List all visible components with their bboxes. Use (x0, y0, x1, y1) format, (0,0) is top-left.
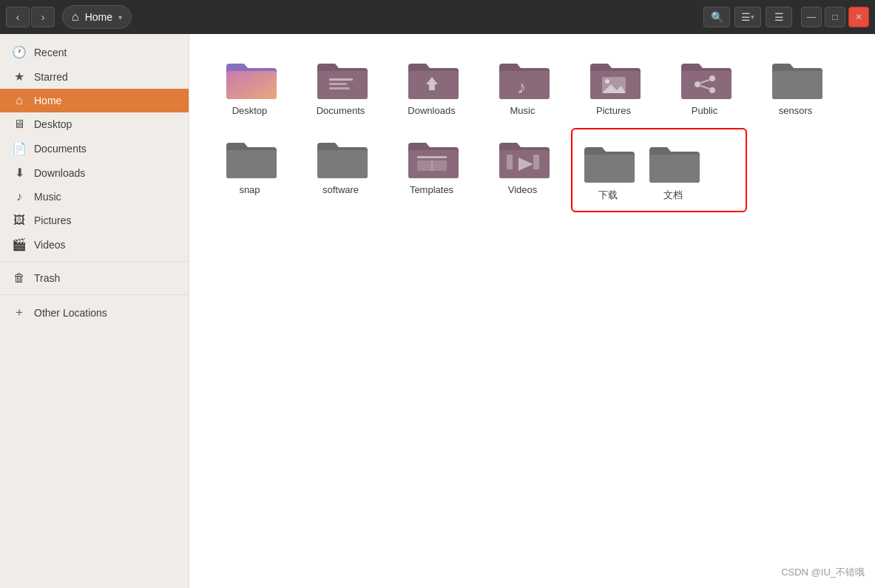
documents-folder-icon (314, 56, 368, 101)
folder-videos[interactable]: Videos (480, 128, 565, 212)
back-button[interactable]: ‹ (6, 7, 30, 27)
folder-templates[interactable]: Templates (389, 128, 474, 212)
desktop-folder-label: Desktop (232, 105, 268, 116)
close-button[interactable]: ✕ (848, 7, 869, 27)
folder-wendang[interactable]: 文档 (641, 132, 706, 208)
forward-icon: › (41, 11, 45, 23)
folder-pictures[interactable]: Pictures (571, 49, 656, 122)
sidebar-item-trash[interactable]: 🗑 Trash (0, 266, 189, 290)
sensors-folder-label: sensors (779, 105, 813, 116)
back-icon: ‹ (16, 11, 20, 23)
sidebar-item-documents[interactable]: 📄 Documents (0, 136, 189, 160)
templates-folder-label: Templates (410, 184, 453, 195)
home-nav-icon: ⌂ (12, 94, 27, 107)
desktop-folder-icon (223, 56, 277, 101)
titlebar: ‹ › ⌂ Home ▾ 🔍 ☰ ▾ ☰ — □ ✕ (0, 0, 875, 34)
location-dropdown-icon: ▾ (118, 13, 122, 21)
svg-rect-2 (329, 78, 353, 81)
location-label: Home (85, 11, 112, 23)
trash-icon: 🗑 (12, 271, 27, 285)
pictures-folder-label: Pictures (596, 105, 631, 116)
app-body: 🕐 Recent ★ Starred ⌂ Home 🖥 Desktop 📄 Do… (0, 34, 875, 588)
folder-desktop[interactable]: Desktop (207, 49, 292, 122)
snap-folder-icon (223, 135, 277, 180)
folder-software[interactable]: software (298, 128, 383, 212)
public-folder-label: Public (692, 105, 717, 116)
folder-snap[interactable]: snap (207, 128, 292, 212)
sidebar-item-other-locations[interactable]: ＋ Other Locations (0, 300, 189, 325)
sidebar-item-music[interactable]: ♪ Music (0, 185, 189, 209)
home-icon: ⌂ (72, 10, 79, 24)
location-bar[interactable]: ⌂ Home ▾ (62, 5, 132, 29)
documents-icon: 📄 (12, 141, 27, 155)
sidebar-item-home[interactable]: ⌂ Home (0, 89, 189, 112)
titlebar-actions: 🔍 ☰ ▾ ☰ — □ ✕ (703, 7, 869, 27)
folder-public[interactable]: Public (662, 49, 747, 122)
wendang-folder-label: 文档 (663, 189, 683, 202)
videos-folder-icon (496, 135, 550, 180)
starred-icon: ★ (12, 70, 27, 84)
sidebar-item-videos[interactable]: 🎬 Videos (0, 232, 189, 257)
wendang-folder-icon (646, 140, 700, 184)
maximize-button[interactable]: □ (825, 7, 845, 27)
pictures-icon: 🖼 (12, 214, 27, 227)
menu-icon: ☰ (774, 11, 784, 23)
sidebar-item-videos-label: Videos (34, 239, 66, 251)
minimize-icon: — (807, 12, 816, 22)
nav-buttons: ‹ › (6, 7, 55, 27)
public-folder-icon (678, 56, 732, 101)
window-controls: — □ ✕ (801, 7, 869, 27)
downloads-folder-label: Downloads (408, 105, 455, 116)
svg-point-15 (709, 75, 715, 81)
list-view-icon: ☰ (741, 11, 751, 23)
folder-documents[interactable]: Documents (298, 49, 383, 122)
templates-folder-icon (405, 135, 459, 180)
videos-folder-label: Videos (508, 184, 538, 195)
sidebar-item-desktop-label: Desktop (34, 118, 72, 130)
menu-button[interactable]: ☰ (766, 7, 792, 27)
sidebar-item-recent-label: Recent (34, 47, 67, 58)
sidebar-separator-2 (0, 294, 189, 295)
sidebar-item-documents-label: Documents (34, 143, 87, 155)
downloads-icon: ⬇ (12, 166, 27, 180)
snap-folder-label: snap (239, 184, 260, 195)
svg-point-11 (605, 79, 609, 84)
selected-folders-group: 下载 文档 (571, 128, 747, 212)
sidebar-item-pictures-label: Pictures (34, 214, 72, 226)
folder-zhazai[interactable]: 下载 (575, 132, 641, 208)
watermark: CSDN @IU_不错哦 (781, 566, 865, 579)
plus-icon: ＋ (12, 305, 27, 320)
svg-rect-19 (772, 71, 822, 99)
sidebar: 🕐 Recent ★ Starred ⌂ Home 🖥 Desktop 📄 Do… (0, 34, 189, 588)
folder-music[interactable]: ♪ Music (480, 49, 565, 122)
folder-downloads[interactable]: Downloads (389, 49, 474, 122)
list-view-dropdown-icon: ▾ (751, 13, 754, 21)
folder-grid: Desktop Documents (207, 49, 857, 212)
folder-sensors[interactable]: sensors (753, 49, 838, 122)
svg-rect-28 (533, 155, 539, 169)
sidebar-item-starred-label: Starred (34, 71, 68, 83)
sidebar-item-recent[interactable]: 🕐 Recent (0, 40, 189, 64)
forward-button[interactable]: › (31, 7, 55, 27)
svg-rect-0 (226, 71, 277, 99)
sidebar-item-starred[interactable]: ★ Starred (0, 64, 189, 89)
sidebar-separator (0, 261, 189, 262)
software-folder-icon (314, 135, 368, 180)
sensors-folder-icon (769, 56, 822, 101)
minimize-button[interactable]: — (801, 7, 822, 27)
sidebar-item-music-label: Music (34, 191, 61, 203)
maximize-icon: □ (832, 12, 837, 22)
search-button[interactable]: 🔍 (703, 7, 730, 27)
desktop-icon: 🖥 (12, 118, 27, 131)
music-icon: ♪ (12, 190, 27, 203)
sidebar-item-home-label: Home (34, 95, 61, 107)
zhazai-folder-label: 下载 (598, 189, 618, 202)
sidebar-item-pictures[interactable]: 🖼 Pictures (0, 209, 189, 232)
sidebar-item-downloads-label: Downloads (34, 167, 85, 179)
svg-rect-21 (317, 150, 368, 178)
music-folder-icon: ♪ (496, 56, 550, 101)
list-view-button[interactable]: ☰ ▾ (734, 7, 761, 27)
sidebar-item-desktop[interactable]: 🖥 Desktop (0, 112, 189, 136)
content-area: Desktop Documents (189, 34, 875, 588)
sidebar-item-downloads[interactable]: ⬇ Downloads (0, 160, 189, 185)
